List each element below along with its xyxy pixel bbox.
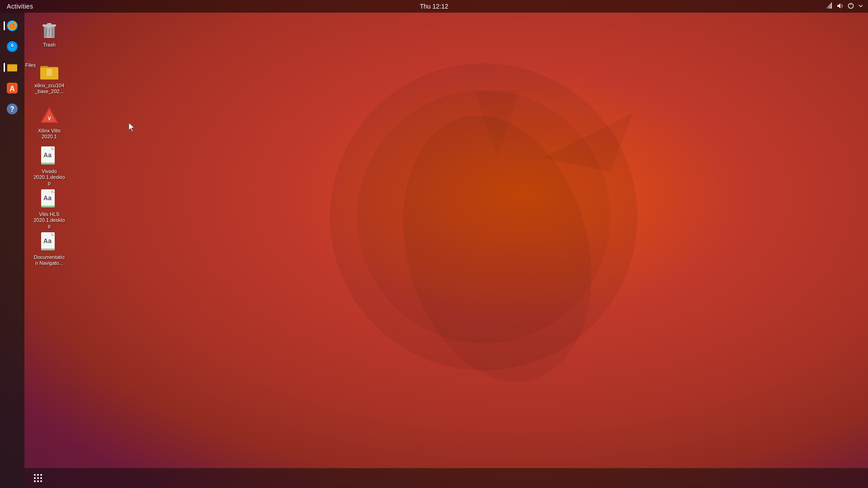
svg-line-28 [52, 28, 52, 37]
panel-datetime[interactable]: Thu 12:12 [420, 3, 448, 10]
svg-text:V: V [48, 116, 51, 121]
dock-item-ubuntu-software[interactable]: A [3, 79, 22, 98]
dock-item-files[interactable] [3, 58, 22, 77]
system-icon[interactable] [847, 2, 854, 11]
svg-rect-40 [41, 206, 55, 207]
xilinx-folder-icon[interactable]: xilinx_zcu104_base_202... [31, 58, 67, 96]
svg-point-51 [37, 480, 39, 482]
svg-line-26 [46, 28, 47, 37]
sidebar-dock: A ? [0, 13, 24, 488]
svg-rect-4 [828, 5, 829, 9]
svg-point-44 [34, 474, 36, 476]
vitis-hls-label: Vitis HLS 2020.1.desktop [33, 211, 66, 230]
vivado-icon[interactable]: Aa Vivado 2020.1.desktop [31, 144, 67, 188]
svg-rect-5 [830, 4, 830, 9]
documentation-icon[interactable]: Aa Documentation Navigato... [31, 230, 67, 268]
svg-text:?: ? [10, 105, 14, 113]
dock-item-thunderbird[interactable] [3, 37, 22, 56]
trash-label: Trash [43, 42, 56, 48]
panel-right [826, 2, 863, 11]
svg-point-49 [40, 477, 42, 479]
activities-button[interactable]: Activities [5, 3, 35, 10]
svg-point-47 [34, 477, 36, 479]
desktop-icons-area: Trash xilinx_zcu104_base_202... V Xilinx… [24, 13, 868, 488]
documentation-label: Documentation Navigato... [33, 254, 66, 266]
xilinx-vitis-label: Xilinx Vitis 2020.1 [33, 128, 66, 140]
svg-rect-31 [47, 69, 52, 76]
chevron-down-icon[interactable] [858, 3, 863, 10]
svg-rect-17 [7, 65, 17, 71]
svg-point-52 [40, 480, 42, 482]
svg-text:A: A [9, 85, 15, 93]
vivado-label: Vivado 2020.1.desktop [33, 169, 66, 187]
xilinx-vitis-icon[interactable]: V Xilinx Vitis 2020.1 [31, 103, 67, 141]
svg-point-48 [37, 477, 39, 479]
xilinx-vitis-image: V [38, 105, 60, 127]
svg-rect-37 [41, 163, 55, 164]
svg-point-50 [34, 480, 36, 482]
vitis-hls-icon[interactable]: Aa Vitis HLS 2020.1.desktop [31, 187, 67, 231]
top-panel: Activities Thu 12:12 [0, 0, 868, 13]
volume-icon[interactable] [836, 2, 844, 11]
dock-item-help[interactable]: ? [3, 99, 22, 118]
svg-rect-3 [827, 7, 828, 9]
svg-text:Aa: Aa [43, 151, 52, 159]
vivado-image: Aa [38, 145, 60, 167]
svg-rect-25 [47, 23, 52, 25]
grid-icon [33, 473, 43, 483]
vitis-hls-image: Aa [38, 188, 60, 210]
svg-point-45 [37, 474, 39, 476]
show-applications-button[interactable] [29, 470, 47, 486]
svg-point-11 [11, 24, 14, 27]
svg-text:Aa: Aa [43, 237, 52, 244]
svg-point-46 [40, 474, 42, 476]
panel-left: Activities [5, 3, 35, 10]
xilinx-folder-image [38, 60, 60, 81]
xilinx-folder-label: xilinx_zcu104_base_202... [33, 83, 66, 94]
trash-icon[interactable]: Trash [31, 17, 67, 50]
bottom-bar [24, 468, 868, 488]
svg-rect-43 [41, 249, 55, 250]
documentation-image: Aa [38, 231, 60, 253]
network-icon[interactable] [826, 2, 833, 11]
svg-text:Aa: Aa [43, 194, 52, 202]
trash-icon-image [38, 19, 60, 41]
dock-item-firefox[interactable] [3, 16, 22, 35]
svg-point-15 [12, 45, 13, 47]
svg-rect-6 [831, 3, 832, 9]
